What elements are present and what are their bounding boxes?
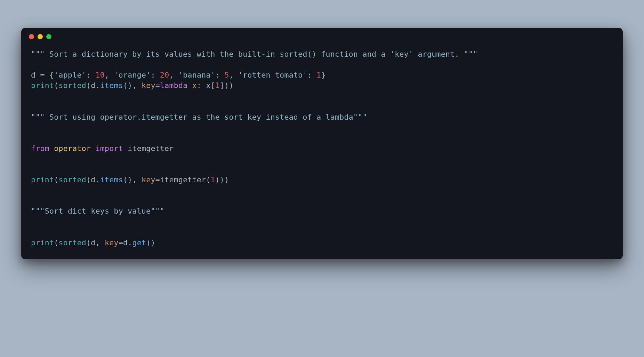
code-token: ))): [215, 175, 229, 184]
code-token: key: [105, 238, 119, 247]
code-token: (: [206, 175, 210, 184]
code-token: d.: [123, 238, 132, 247]
code-token: 1: [215, 81, 220, 90]
code-token: from: [31, 144, 49, 153]
window-titlebar: [21, 28, 623, 43]
code-token: d: [31, 71, 40, 79]
code-token: 20: [160, 71, 169, 79]
code-token: (: [86, 238, 91, 247]
code-token: ,: [105, 71, 114, 79]
code-token: :: [307, 71, 317, 79]
code-token: 'banana': [178, 71, 215, 79]
code-token: print: [31, 175, 54, 184]
code-token: (: [86, 81, 91, 90]
code-token: sorted: [58, 238, 86, 247]
code-token: :: [86, 71, 96, 79]
code-token: items: [100, 81, 123, 90]
code-token: 1: [316, 71, 321, 79]
minimize-icon[interactable]: [38, 34, 43, 39]
code-token: (: [86, 175, 91, 184]
code-token: (: [54, 175, 58, 184]
code-token: 'rotten tomato': [238, 71, 307, 79]
code-token: =: [40, 71, 45, 79]
code-token: ,: [229, 71, 239, 79]
code-token: )): [146, 238, 155, 247]
code-token: (),: [123, 81, 142, 90]
code-token: d.: [91, 175, 100, 184]
code-token: 5: [224, 71, 229, 79]
code-token: x: [206, 81, 210, 90]
code-token: itemgetter: [128, 144, 174, 153]
code-token: key: [142, 81, 155, 90]
code-token: operator: [54, 144, 91, 153]
code-token: (),: [123, 175, 142, 184]
code-token: 10: [95, 71, 105, 79]
code-token: [123, 144, 128, 153]
code-token: d: [91, 238, 95, 247]
code-window: """ Sort a dictionary by its values with…: [21, 28, 623, 259]
code-token: [187, 81, 192, 90]
code-token: 'apple': [54, 71, 86, 79]
code-token: sorted: [58, 175, 86, 184]
docstring: """ Sort using operator.itemgetter as th…: [31, 113, 367, 121]
code-token: key: [142, 175, 155, 184]
code-token: 'orange': [114, 71, 151, 79]
maximize-icon[interactable]: [46, 34, 51, 39]
code-token: get: [132, 238, 146, 247]
code-token: [: [211, 81, 215, 90]
code-token: 1: [211, 175, 215, 184]
code-token: ,: [95, 238, 105, 247]
close-icon[interactable]: [29, 34, 34, 39]
code-token: x: [192, 81, 197, 90]
code-token: d.: [91, 81, 100, 90]
code-token: sorted: [58, 81, 86, 90]
docstring: """ Sort a dictionary by its values with…: [31, 50, 478, 58]
code-token: :: [151, 71, 160, 79]
code-token: {: [49, 71, 54, 79]
code-token: :: [215, 71, 225, 79]
code-token: }: [321, 71, 326, 79]
code-token: (: [54, 81, 58, 90]
code-token: ])): [220, 81, 234, 90]
code-token: import: [95, 144, 123, 153]
code-token: =: [155, 175, 160, 184]
code-token: (: [54, 238, 58, 247]
code-token: [45, 71, 49, 79]
code-token: items: [100, 175, 123, 184]
code-token: lambda: [160, 81, 187, 90]
code-editor[interactable]: """ Sort a dictionary by its values with…: [21, 43, 623, 259]
code-token: [91, 144, 95, 153]
code-token: [49, 144, 54, 153]
code-token: print: [31, 81, 54, 90]
code-token: print: [31, 238, 54, 247]
code-token: itemgetter: [160, 175, 206, 184]
docstring: """Sort dict keys by value""": [31, 207, 164, 215]
code-token: :: [197, 81, 206, 90]
code-token: =: [119, 238, 123, 247]
code-token: =: [155, 81, 160, 90]
code-token: ,: [169, 71, 178, 79]
